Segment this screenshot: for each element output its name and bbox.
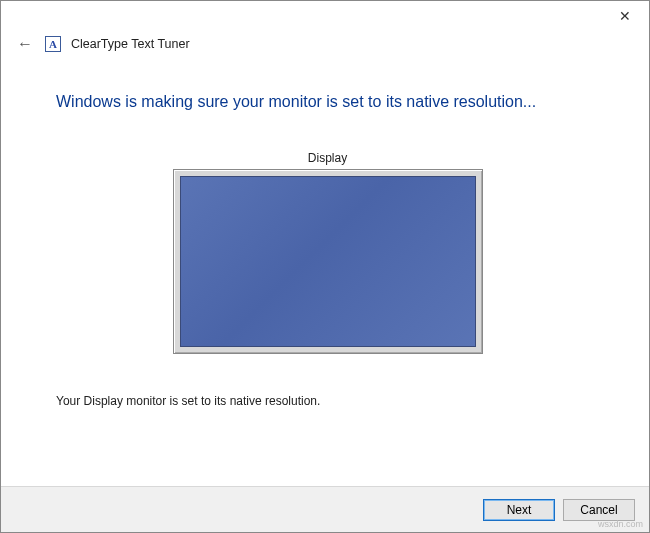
status-text: Your Display monitor is set to its nativ… (56, 394, 599, 408)
monitor-screen (180, 176, 476, 347)
monitor-frame (173, 169, 483, 354)
next-button[interactable]: Next (483, 499, 555, 521)
app-icon: A (45, 36, 61, 52)
cancel-button[interactable]: Cancel (563, 499, 635, 521)
titlebar: ✕ (1, 1, 649, 31)
close-icon: ✕ (619, 8, 631, 24)
back-arrow-icon: ← (17, 35, 33, 52)
close-button[interactable]: ✕ (605, 3, 645, 29)
wizard-content: Windows is making sure your monitor is s… (1, 63, 649, 418)
page-heading: Windows is making sure your monitor is s… (56, 93, 599, 111)
display-label: Display (56, 151, 599, 165)
app-title: ClearType Text Tuner (71, 37, 190, 51)
back-button[interactable]: ← (15, 35, 35, 53)
display-preview: Display (56, 151, 599, 354)
header: ← A ClearType Text Tuner (1, 31, 649, 63)
footer: Next Cancel (1, 486, 649, 532)
